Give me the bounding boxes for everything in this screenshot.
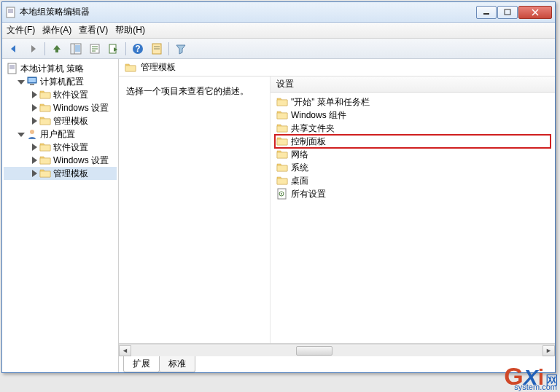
tree-item[interactable]: 管理模板 xyxy=(4,167,117,180)
watermark: GXi网 system.com xyxy=(504,362,559,391)
breadcrumb: 管理模板 xyxy=(119,59,555,77)
scroll-left-button[interactable]: ◄ xyxy=(119,345,131,356)
folder-icon xyxy=(276,149,288,160)
list-item[interactable]: 桌面 xyxy=(275,174,551,187)
folder-icon xyxy=(276,136,288,147)
maximize-button[interactable] xyxy=(497,6,518,19)
horizontal-scrollbar[interactable]: ◄ ► xyxy=(119,344,555,356)
doc-icon xyxy=(7,63,18,74)
up-button[interactable] xyxy=(48,41,66,57)
list-item[interactable]: 系统 xyxy=(275,161,551,174)
menu-view[interactable]: 查看(V) xyxy=(79,24,108,36)
collapse-icon[interactable] xyxy=(17,78,25,86)
tree-label: Windows 设置 xyxy=(53,154,109,167)
folder-icon xyxy=(39,168,51,179)
menu-action[interactable]: 操作(A) xyxy=(42,24,71,36)
tree-item[interactable]: Windows 设置 xyxy=(4,101,117,114)
tree-user-config[interactable]: 用户配置 xyxy=(4,128,117,141)
svg-rect-23 xyxy=(505,9,510,15)
expand-icon[interactable] xyxy=(30,117,38,125)
list-item[interactable]: 控制面板 xyxy=(275,135,551,148)
list-item[interactable]: 所有设置 xyxy=(275,187,551,200)
list-item[interactable]: "开始" 菜单和任务栏 xyxy=(275,95,551,109)
content-area: 本地计算机 策略 计算机配置 软件设置 Windows 设置 管理模板 用户配置… xyxy=(2,59,555,372)
properties-button[interactable] xyxy=(86,41,104,57)
tree-item[interactable]: 管理模板 xyxy=(4,114,117,128)
tree-label: 管理模板 xyxy=(53,115,88,128)
toolbar-separator xyxy=(168,42,169,55)
scroll-track[interactable] xyxy=(131,345,542,356)
expand-icon[interactable] xyxy=(30,104,38,112)
toolbar-separator xyxy=(44,42,45,55)
tree-label: 用户配置 xyxy=(40,128,75,141)
tab-extended[interactable]: 扩展 xyxy=(123,356,160,372)
view-tabs: 扩展 标准 xyxy=(119,356,555,372)
folder-icon xyxy=(39,141,51,153)
tree-computer-config[interactable]: 计算机配置 xyxy=(4,75,117,88)
folder-icon xyxy=(276,175,288,187)
tree-item[interactable]: 软件设置 xyxy=(4,141,117,154)
titlebar[interactable]: 本地组策略编辑器 xyxy=(2,2,555,23)
list-item-label: 控制面板 xyxy=(291,136,326,148)
tree-item[interactable]: Windows 设置 xyxy=(4,154,117,167)
scroll-thumb[interactable] xyxy=(296,346,332,356)
list-item[interactable]: 共享文件夹 xyxy=(275,122,551,135)
toolbar-separator xyxy=(125,42,126,55)
list-items: "开始" 菜单和任务栏 Windows 组件 共享文件夹 控制面板 网络 系统 … xyxy=(271,93,555,203)
folder-icon xyxy=(276,122,288,134)
tree-pane[interactable]: 本地计算机 策略 计算机配置 软件设置 Windows 设置 管理模板 用户配置… xyxy=(2,59,119,372)
menu-file[interactable]: 文件(F) xyxy=(7,24,35,36)
export-button[interactable] xyxy=(105,41,122,57)
main-pane: 管理模板 选择一个项目来查看它的描述。 设置 "开始" 菜单和任务栏 Windo… xyxy=(119,59,555,372)
list-item-label: 网络 xyxy=(291,149,308,161)
expand-icon[interactable] xyxy=(30,91,38,99)
folder-icon xyxy=(39,115,51,127)
tree-root[interactable]: 本地计算机 策略 xyxy=(4,62,117,75)
expand-icon[interactable] xyxy=(30,144,38,152)
list-item-label: 桌面 xyxy=(291,175,308,187)
app-window: 本地组策略编辑器 文件(F) 操作(A) 查看(V) 帮助(H) 本地计算机 策… xyxy=(1,1,556,373)
scroll-right-button[interactable]: ► xyxy=(542,345,555,356)
list-pane: 设置 "开始" 菜单和任务栏 Windows 组件 共享文件夹 控制面板 网络 … xyxy=(271,77,555,343)
user-icon xyxy=(26,128,38,140)
menu-help[interactable]: 帮助(H) xyxy=(115,24,145,36)
help-button[interactable] xyxy=(129,41,147,57)
folder-icon xyxy=(39,154,51,166)
app-icon xyxy=(5,7,17,18)
show-tree-button[interactable] xyxy=(67,41,85,57)
folder-icon xyxy=(39,89,51,101)
list-column-header[interactable]: 设置 xyxy=(271,77,555,93)
list-item-label: Windows 组件 xyxy=(291,109,346,122)
description-pane: 选择一个项目来查看它的描述。 xyxy=(119,77,271,343)
forward-button[interactable] xyxy=(24,41,42,57)
list-item[interactable]: 网络 xyxy=(275,148,551,161)
filter-button[interactable] xyxy=(172,41,190,57)
toolbar xyxy=(2,39,555,59)
tree-item[interactable]: 软件设置 xyxy=(4,88,117,101)
back-button[interactable] xyxy=(5,41,23,57)
list-item-label: "开始" 菜单和任务栏 xyxy=(291,96,370,109)
column-setting: 设置 xyxy=(276,78,294,90)
menubar: 文件(F) 操作(A) 查看(V) 帮助(H) xyxy=(2,23,555,39)
folder-icon xyxy=(276,162,288,173)
description-hint: 选择一个项目来查看它的描述。 xyxy=(126,85,262,98)
collapse-icon[interactable] xyxy=(17,130,25,138)
list-item-label: 所有设置 xyxy=(291,188,326,200)
list-item[interactable]: Windows 组件 xyxy=(275,109,551,122)
settings-icon xyxy=(276,188,288,200)
tree-label: 本地计算机 策略 xyxy=(20,63,84,75)
tree-label: 管理模板 xyxy=(53,168,88,180)
folder-icon xyxy=(125,62,136,74)
expand-icon[interactable] xyxy=(30,157,38,165)
options-button[interactable] xyxy=(148,41,166,57)
list-item-label: 共享文件夹 xyxy=(291,122,335,135)
tree-label: 计算机配置 xyxy=(40,76,84,88)
minimize-button[interactable] xyxy=(476,6,497,19)
folder-icon xyxy=(39,102,51,114)
expand-icon[interactable] xyxy=(30,170,38,178)
main-body: 选择一个项目来查看它的描述。 设置 "开始" 菜单和任务栏 Windows 组件… xyxy=(119,77,555,344)
window-controls xyxy=(476,6,552,19)
tab-standard[interactable]: 标准 xyxy=(159,356,195,372)
list-item-label: 系统 xyxy=(291,162,308,174)
close-button[interactable] xyxy=(518,6,552,19)
